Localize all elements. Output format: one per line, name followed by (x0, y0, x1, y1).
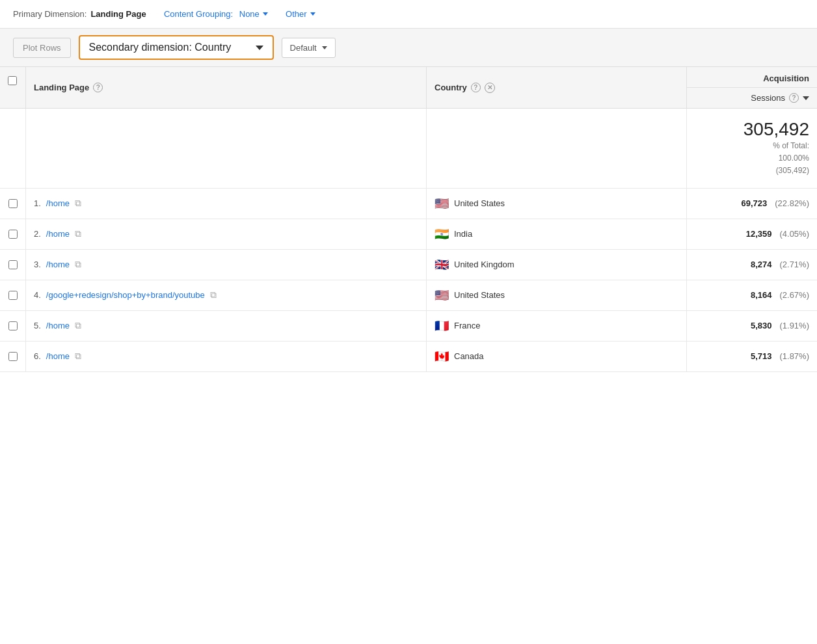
country-cell: 🇺🇸 United States (427, 189, 687, 219)
sessions-sort-icon[interactable] (803, 96, 809, 100)
totals-lp-cell (26, 109, 427, 188)
sessions-value: 5,713 (751, 351, 772, 361)
row-checkbox-cell (0, 219, 26, 249)
data-rows-container: 1. /home ⧉ 🇺🇸 United States 69,723 (22.8… (0, 189, 817, 372)
sessions-help-icon[interactable]: ? (789, 93, 799, 103)
header-checkbox-cell (0, 67, 26, 108)
landing-page-cell: 1. /home ⧉ (26, 189, 427, 219)
totals-sessions-value: 305,492 (743, 119, 809, 140)
default-button[interactable]: Default (282, 38, 336, 58)
row-checkbox-3[interactable] (8, 291, 18, 300)
primary-dimension-bar: Primary Dimension: Landing Page Content … (0, 0, 817, 29)
row-checkbox-cell (0, 311, 26, 341)
secondary-dimension-arrow-icon (256, 46, 263, 50)
sessions-pct: (1.87%) (779, 351, 809, 361)
table-row: 5. /home ⧉ 🇫🇷 France 5,830 (1.91%) (0, 311, 817, 342)
landing-page-help-icon[interactable]: ? (93, 83, 103, 92)
copy-icon[interactable]: ⧉ (210, 289, 217, 301)
totals-country-cell (427, 109, 687, 188)
country-cell: 🇫🇷 France (427, 311, 687, 341)
sessions-value: 8,274 (751, 260, 772, 269)
sessions-cell: 8,274 (2.71%) (687, 250, 817, 280)
secondary-dimension-dropdown[interactable]: Secondary dimension: Country (79, 35, 274, 60)
country-cell: 🇬🇧 United Kingdom (427, 250, 687, 280)
page-link[interactable]: /home (46, 229, 70, 239)
row-checkbox-2[interactable] (8, 260, 18, 269)
row-checkbox-4[interactable] (8, 321, 18, 330)
sessions-pct: (2.67%) (779, 290, 809, 300)
other-link[interactable]: Other (286, 9, 315, 19)
row-checkbox-cell (0, 280, 26, 310)
page-link[interactable]: /home (46, 351, 70, 361)
page-link[interactable]: /home (46, 260, 70, 269)
country-header: Country ? ✕ (427, 67, 687, 108)
row-checkbox-cell (0, 250, 26, 280)
row-number: 1. (34, 198, 41, 208)
landing-page-cell: 6. /home ⧉ (26, 342, 427, 371)
copy-icon[interactable]: ⧉ (75, 320, 81, 331)
sessions-cell: 5,713 (1.87%) (687, 342, 817, 371)
sessions-value: 69,723 (741, 198, 767, 208)
table-row: 4. /google+redesign/shop+by+brand/youtub… (0, 280, 817, 311)
sessions-cell: 69,723 (22.82%) (687, 189, 817, 219)
acquisition-label: Acquisition (687, 67, 817, 88)
country-close-icon[interactable]: ✕ (485, 83, 495, 93)
acquisition-header: Acquisition Sessions ? (687, 67, 817, 108)
primary-dimension-value: Landing Page (90, 9, 146, 19)
sessions-pct: (22.82%) (775, 198, 809, 208)
data-table: Landing Page ? Country ? ✕ Acquisition S… (0, 67, 817, 372)
landing-page-cell: 4. /google+redesign/shop+by+brand/youtub… (26, 280, 427, 310)
toolbar: Plot Rows Secondary dimension: Country D… (0, 29, 817, 67)
copy-icon[interactable]: ⧉ (75, 228, 81, 239)
sessions-cell: 8,164 (2.67%) (687, 280, 817, 310)
country-cell: 🇺🇸 United States (427, 280, 687, 310)
row-checkbox-cell (0, 342, 26, 371)
select-all-checkbox[interactable] (8, 76, 17, 85)
plot-rows-button[interactable]: Plot Rows (13, 38, 71, 58)
country-name: United States (454, 290, 505, 300)
row-checkbox-5[interactable] (8, 352, 18, 361)
landing-page-cell: 2. /home ⧉ (26, 219, 427, 249)
row-checkbox-0[interactable] (8, 199, 18, 208)
country-name: India (454, 229, 472, 239)
separator2 (275, 9, 279, 19)
table-row: 3. /home ⧉ 🇬🇧 United Kingdom 8,274 (2.71… (0, 250, 817, 280)
sessions-header-cell: Sessions ? (687, 88, 817, 108)
sessions-pct: (4.05%) (779, 229, 809, 239)
totals-check-cell (0, 109, 26, 188)
copy-icon[interactable]: ⧉ (75, 351, 81, 362)
separator (153, 9, 157, 19)
sessions-pct: (1.91%) (779, 321, 809, 330)
page-link[interactable]: /home (46, 198, 70, 208)
country-flag-icon: 🇬🇧 (435, 259, 449, 271)
country-flag-icon: 🇺🇸 (435, 198, 449, 209)
table-row: 1. /home ⧉ 🇺🇸 United States 69,723 (22.8… (0, 189, 817, 219)
totals-sub-info: % of Total: 100.00% (305,492) (773, 140, 809, 178)
country-flag-icon: 🇨🇦 (435, 351, 449, 362)
country-help-icon[interactable]: ? (471, 83, 481, 92)
totals-row: 305,492 % of Total: 100.00% (305,492) (0, 109, 817, 189)
row-checkbox-1[interactable] (8, 230, 18, 239)
default-arrow-icon (322, 46, 327, 49)
country-cell: 🇮🇳 India (427, 219, 687, 249)
landing-page-cell: 5. /home ⧉ (26, 311, 427, 341)
content-grouping-link[interactable]: Content Grouping: None (164, 9, 268, 19)
page-link[interactable]: /google+redesign/shop+by+brand/youtube (46, 290, 205, 300)
sessions-value: 8,164 (751, 290, 772, 300)
country-name: United Kingdom (454, 260, 515, 269)
country-cell: 🇨🇦 Canada (427, 342, 687, 371)
row-number: 5. (34, 321, 41, 330)
copy-icon[interactable]: ⧉ (75, 259, 81, 270)
country-flag-icon: 🇫🇷 (435, 320, 449, 332)
sessions-cell: 5,830 (1.91%) (687, 311, 817, 341)
content-grouping-arrow-icon (263, 12, 268, 16)
other-arrow-icon (310, 12, 315, 16)
sessions-cell: 12,359 (4.05%) (687, 219, 817, 249)
totals-sessions-cell: 305,492 % of Total: 100.00% (305,492) (687, 109, 817, 188)
page-link[interactable]: /home (46, 321, 70, 330)
table-header: Landing Page ? Country ? ✕ Acquisition S… (0, 67, 817, 109)
secondary-dimension-label: Secondary dimension: Country (89, 42, 232, 53)
country-flag-icon: 🇺🇸 (435, 289, 449, 301)
copy-icon[interactable]: ⧉ (75, 198, 81, 209)
row-number: 3. (34, 260, 41, 269)
